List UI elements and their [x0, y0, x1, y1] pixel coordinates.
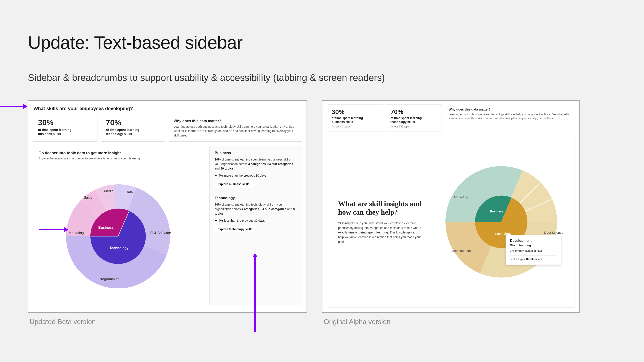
tooltip-watched: 7hr 8min watched in total — [510, 249, 557, 252]
cb: Development — [526, 258, 542, 261]
beta-stat-business: 30% of time spent learning business skil… — [33, 115, 98, 142]
alpha-description: Skill insights help you understand your … — [338, 221, 422, 244]
why-title: Why does this data matter? — [174, 119, 297, 123]
stat-value: 30% — [38, 119, 92, 127]
alpha-hover-tooltip: Development X% of learning 7hr 8min watc… — [506, 235, 561, 265]
trend-pct: 4% — [218, 174, 223, 177]
label-development: Development — [452, 249, 471, 253]
stat-label: of time spent learning business skills — [38, 128, 81, 136]
alpha-sunburst-chart[interactable]: Marketing Development Data Science Busin… — [428, 149, 574, 295]
beta-stat-technology: 70% of time spent learning technology sk… — [101, 115, 165, 142]
pct: 70% — [215, 203, 221, 206]
trend-rest: more than the previous 30 days — [224, 174, 266, 177]
alpha-main-card: What are skill insights and how can they… — [327, 136, 574, 308]
label-inner-technology: Technology — [110, 246, 128, 250]
alpha-panel: 30% of time spent learning business skil… — [322, 100, 580, 313]
explore-business-button[interactable]: Explore business skills — [215, 181, 252, 187]
label-inner-business: Business — [98, 226, 114, 229]
annotation-arrowhead-sidebar — [252, 253, 258, 257]
annotation-arrow-chart — [39, 229, 64, 230]
slide-subtitle: Sidebar & breadcrumbs to support usabili… — [28, 72, 616, 83]
t: and — [286, 207, 293, 211]
wb: 7hr 8min — [510, 249, 522, 252]
stat-value: 70% — [390, 108, 437, 115]
beta-heading: What skills are your employees developin… — [34, 106, 302, 111]
beta-caption: Updated Beta version — [30, 318, 307, 326]
stat-value: 70% — [106, 119, 160, 127]
annotation-arrowhead-chart — [64, 227, 68, 232]
tooltip-title: Development — [510, 239, 557, 243]
stat-label: of time spent learning business skills — [332, 116, 370, 124]
deeper-title: Go deeper into topic data to get more in… — [38, 151, 204, 155]
pct: 30% — [215, 158, 221, 161]
comparison-panels: What skills are your employees developin… — [28, 100, 616, 326]
stat-label: of time spent learning technology skills — [390, 116, 429, 124]
wr: watched in total — [522, 249, 542, 252]
b4: 89 topics — [220, 167, 234, 170]
tooltip-percent: X% of learning — [510, 244, 557, 247]
stat-value: 30% — [332, 108, 378, 115]
beta-why-card: Why does this data matter? Learning acro… — [169, 115, 302, 142]
sidebar-body-business: 30% of time spent learning spent learnin… — [215, 157, 296, 171]
trend-up-icon — [215, 175, 217, 176]
beta-panel-wrap: What skills are your employees developin… — [28, 100, 307, 326]
alpha-heading: What are skill insights and how can they… — [338, 200, 422, 216]
t: and — [215, 167, 220, 170]
alpha-stat-business: 30% of time spent learning business skil… — [327, 104, 383, 132]
m: , — [259, 207, 261, 211]
sidebar-heading-technology: Technology — [215, 196, 296, 200]
tooltip-breadcrumb: Technology > Development — [510, 255, 557, 261]
why-text: Learning across both business and techno… — [174, 124, 297, 138]
ca: Technology > — [510, 258, 526, 261]
why-title: Why does this data matter? — [449, 107, 570, 111]
beta-panel: What skills are your employees developin… — [28, 100, 307, 313]
slide-title: Update: Text-based sidebar — [28, 32, 616, 53]
sidebar-heading-business: Business — [215, 151, 296, 155]
why-text: Learning across both business and techno… — [449, 112, 570, 120]
alpha-stat-technology: 70% of time spent learning technology sk… — [386, 104, 442, 132]
label-marketing: Marketing — [454, 195, 468, 199]
label-datascience: Data Science — [544, 231, 563, 234]
b2: 4 categories — [248, 162, 266, 166]
alpha-panel-wrap: 30% of time spent learning business skil… — [322, 100, 580, 326]
beta-lower-card: Go deeper into topic data to get more in… — [33, 146, 302, 305]
label-it: IT & Software — [150, 231, 171, 235]
b2: 4 categories — [242, 207, 259, 211]
annotation-arrow-heading — [0, 106, 24, 107]
label-sales: Sales — [84, 196, 92, 199]
annotation-arrowhead-heading — [23, 104, 28, 109]
beta-chart-area: Go deeper into topic data to get more in… — [33, 146, 209, 305]
b: time is being spent learning. — [348, 231, 389, 234]
label-data: Data — [126, 190, 133, 194]
beta-sunburst-chart[interactable]: Sales Media Data Marketing IT & Software… — [45, 170, 200, 303]
label-marketing: Marketing — [69, 231, 84, 235]
stat-label: of time spent learning technology skills — [106, 128, 149, 136]
sidebar-trend-business: 4% more than the previous 30 days — [215, 174, 296, 177]
explore-technology-button[interactable]: Explore technology skills — [215, 226, 255, 232]
trend-pct: 4% — [218, 219, 223, 222]
trend-rest: less than the previous 30 days — [224, 219, 265, 222]
alpha-why-card: Why does this data matter? Learning acro… — [445, 104, 574, 132]
alpha-stat-row: 30% of time spent learning business skil… — [327, 104, 574, 132]
sidebar-body-technology: 70% of time spent learning technology sk… — [215, 202, 296, 216]
alpha-text-column: What are skill insights and how can they… — [327, 200, 428, 244]
deeper-subtitle: Explore the interactive chart below to s… — [38, 157, 204, 160]
sidebar-trend-technology: 4% less than the previous 30 days — [215, 219, 296, 222]
b3: 34 sub-categories — [268, 162, 293, 166]
stat-sub: Across 89 topics — [332, 125, 378, 128]
b3: 34 sub-categories — [261, 207, 286, 211]
m: , — [266, 162, 268, 166]
beta-stat-row: 30% of time spent learning business skil… — [33, 115, 302, 142]
alpha-chart-area: Marketing Development Data Science Busin… — [428, 149, 574, 295]
label-inner-business: Business — [490, 210, 504, 213]
trend-down-icon — [215, 220, 217, 221]
annotation-arrow-sidebar — [254, 257, 256, 332]
alpha-caption: Original Alpha version — [324, 318, 580, 326]
stat-sub: Across 356 topics — [390, 125, 437, 128]
label-programming: Programming — [99, 277, 119, 281]
label-media: Media — [104, 189, 114, 193]
